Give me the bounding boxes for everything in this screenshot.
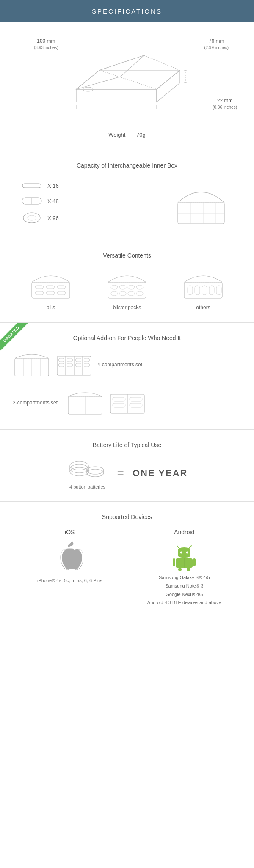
- width-label: 100 mm (3.93 inches): [34, 38, 58, 51]
- svg-rect-48: [216, 286, 221, 295]
- count-medium: X 48: [47, 198, 59, 204]
- svg-point-40: [128, 291, 135, 296]
- capacity-content: X 16 X 48 X 96: [13, 177, 241, 228]
- svg-rect-60: [67, 358, 73, 362]
- page-header: SPECIFICATIONS: [0, 0, 254, 22]
- addon-section: UPDATED Optional Add-on For People Who N…: [0, 323, 254, 430]
- addon-row-4: 4-compartments set: [13, 350, 241, 379]
- capacity-row-medium: X 48: [21, 196, 59, 206]
- addon-2comp-images: [66, 388, 146, 418]
- svg-marker-0: [76, 70, 180, 89]
- svg-rect-31: [57, 291, 66, 295]
- capacity-title: Capacity of Interchangeable Inner Box: [13, 162, 241, 169]
- svg-rect-65: [84, 363, 90, 367]
- svg-point-41: [136, 291, 143, 296]
- svg-rect-90: [193, 558, 196, 566]
- capacity-row-coin: X 96: [21, 212, 59, 224]
- svg-rect-12: [22, 184, 41, 188]
- ios-column: iOS iPhone® 4s, 5c, 5, 5s, 6, 6 Plus: [13, 529, 127, 583]
- battery-row: 4 button batteries = ONE YEAR: [13, 457, 241, 489]
- small-pill-icon: [21, 181, 42, 190]
- svg-point-87: [186, 552, 188, 554]
- versatile-blister: blister packs: [104, 267, 150, 310]
- svg-rect-42: [184, 282, 222, 298]
- versatile-section: Versatile Contents pills: [0, 240, 254, 323]
- battery-label: 4 button batteries: [66, 484, 109, 489]
- android-label: Android: [127, 529, 242, 536]
- svg-point-39: [119, 291, 126, 296]
- svg-marker-4: [99, 55, 180, 89]
- android-column: Android: [127, 529, 242, 607]
- 4comp-grid-icon: [55, 350, 93, 379]
- open-box-sketch: [169, 177, 233, 228]
- android-logo-icon: [171, 541, 197, 572]
- 2comp-flat-icon: [66, 388, 104, 418]
- svg-rect-63: [75, 363, 81, 367]
- svg-rect-89: [173, 558, 175, 566]
- others-box-icon: [180, 267, 226, 301]
- svg-rect-74: [130, 403, 142, 407]
- svg-marker-3: [76, 55, 144, 89]
- svg-point-86: [180, 552, 182, 554]
- svg-rect-73: [130, 397, 142, 401]
- capacity-pill-list: X 16 X 48 X 96: [21, 181, 59, 224]
- dimensions-diagram: 100 mm (3.93 inches) 76 mm (2.99 inches)…: [13, 34, 241, 127]
- 2comp-grid-icon: [108, 388, 146, 418]
- count-coin: X 96: [47, 215, 59, 221]
- apple-logo-icon: [57, 541, 83, 572]
- weight-row: Weight ~ 70g: [13, 132, 241, 138]
- svg-rect-61: [67, 363, 73, 367]
- android-models: Samsung Galaxy S® 4/5 Samsung Note® 3 Go…: [127, 574, 242, 607]
- header-title: SPECIFICATIONS: [92, 8, 162, 15]
- versatile-blister-label: blister packs: [104, 305, 150, 310]
- capacity-section: Capacity of Interchangeable Inner Box X …: [0, 150, 254, 240]
- blister-box-icon: [104, 267, 150, 301]
- svg-rect-46: [202, 286, 207, 295]
- capacity-row-small: X 16: [21, 181, 59, 190]
- svg-rect-58: [58, 358, 64, 362]
- svg-rect-44: [188, 286, 193, 295]
- svg-rect-64: [84, 358, 90, 362]
- svg-rect-59: [58, 363, 64, 367]
- depth-label: 76 mm (2.99 inches): [204, 38, 229, 51]
- devices-row: iOS iPhone® 4s, 5c, 5, 5s, 6, 6 Plus And…: [13, 529, 241, 607]
- devices-title: Supported Devices: [13, 514, 241, 520]
- svg-point-37: [136, 285, 143, 289]
- dimensions-section: 100 mm (3.93 inches) 76 mm (2.99 inches)…: [0, 22, 254, 150]
- updated-badge-container: UPDATED: [0, 323, 34, 357]
- addon-4comp-label: 4-compartments set: [97, 362, 142, 368]
- svg-point-15: [23, 213, 40, 223]
- versatile-title: Versatile Contents: [13, 252, 241, 259]
- addon-row-2: 2-compartments set: [13, 388, 241, 418]
- versatile-pills-label: pills: [28, 305, 74, 310]
- battery-title: Battery Life of Typical Use: [13, 442, 241, 448]
- addon-content: 4-compartments set 2-compartments set: [13, 350, 241, 418]
- ios-label: iOS: [13, 529, 127, 536]
- svg-rect-91: [178, 568, 182, 571]
- versatile-row: pills blister packs: [13, 267, 241, 310]
- svg-rect-29: [35, 291, 44, 295]
- height-label: 22 mm (0.86 inches): [213, 97, 237, 110]
- versatile-pills: pills: [28, 267, 74, 310]
- svg-rect-28: [57, 286, 66, 289]
- versatile-others-label: others: [180, 305, 226, 310]
- svg-point-35: [119, 285, 126, 289]
- svg-point-38: [111, 291, 118, 296]
- equals-sign: =: [117, 467, 124, 480]
- one-year-text: ONE YEAR: [133, 468, 188, 479]
- coin-icon: [21, 212, 42, 224]
- devices-section: Supported Devices iOS iPhone® 4s, 5c, 5,…: [0, 502, 254, 619]
- battery-icon: [66, 457, 109, 480]
- svg-rect-45: [195, 286, 200, 295]
- addon-2comp-label: 2-compartments set: [13, 400, 58, 406]
- battery-section: Battery Life of Typical Use 4 button bat…: [0, 430, 254, 502]
- ios-models: iPhone® 4s, 5c, 5, 5s, 6, 6 Plus: [13, 578, 127, 583]
- svg-rect-27: [46, 286, 55, 289]
- svg-point-34: [111, 285, 118, 289]
- box-sketch: [59, 43, 195, 117]
- versatile-others: others: [180, 267, 226, 310]
- count-small: X 16: [47, 183, 59, 189]
- svg-rect-92: [187, 568, 190, 571]
- addon-title: Optional Add-on For People Who Need It: [13, 335, 241, 341]
- pills-box-icon: [28, 267, 74, 301]
